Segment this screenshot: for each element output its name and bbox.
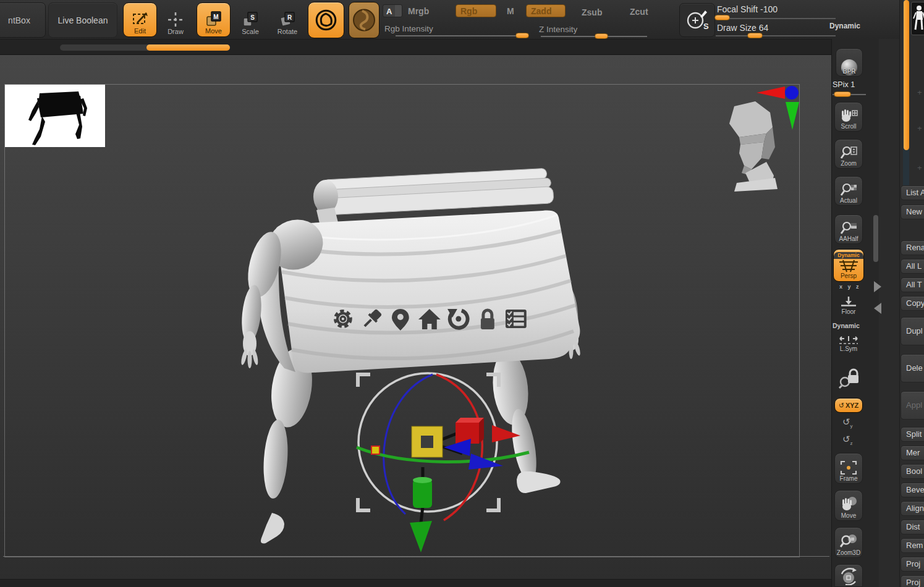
divider-arrow-right-icon[interactable] <box>874 281 881 292</box>
current-material-button[interactable] <box>349 2 379 38</box>
bpr-button[interactable]: BPR <box>836 48 863 77</box>
rotate-icon: R <box>279 11 296 28</box>
rotate-mode-button[interactable]: R Rotate <box>271 2 304 37</box>
rgb-intensity-slider[interactable] <box>396 35 519 36</box>
spix-label: SPix 1 <box>833 80 855 89</box>
rotate-z-button[interactable]: ↺z <box>842 434 853 446</box>
divider-arrow-left-icon[interactable] <box>874 303 881 314</box>
panel-button-copy[interactable]: Copy <box>901 296 924 311</box>
panel-button-remesh[interactable]: Rem <box>901 538 924 553</box>
draw-size-thumb[interactable] <box>747 33 763 38</box>
rgb-intensity-label: Rgb Intensity <box>384 24 433 33</box>
xyz-button[interactable]: ↺ XYZ <box>834 398 863 413</box>
panel-button-project[interactable]: Proj <box>901 557 924 572</box>
scale-icon: S <box>242 11 259 28</box>
panel-button-append[interactable]: Appl <box>901 391 924 420</box>
a-switch[interactable]: A <box>383 4 402 17</box>
camera-lock-button[interactable] <box>834 360 863 391</box>
perspective-grid-icon <box>838 259 859 272</box>
move-mode-button[interactable]: M Move <box>197 2 231 37</box>
panel-button-distribute[interactable]: Dist <box>901 520 924 534</box>
panel-button-rename[interactable]: Rena <box>901 240 924 255</box>
panel-button-boolean[interactable]: Bool <box>901 464 924 479</box>
draw-size-slider[interactable] <box>716 35 836 36</box>
dynamic-resolution-label[interactable]: Dynamic <box>833 322 860 329</box>
zadd-toggle[interactable]: Zadd <box>526 4 566 17</box>
edit-icon <box>132 11 149 27</box>
m-toggle[interactable]: M <box>507 6 514 16</box>
svg-text:S: S <box>250 14 255 21</box>
transform-gizmo[interactable] <box>0 54 831 587</box>
z-intensity-slider[interactable] <box>541 36 647 37</box>
rotate-nav-button[interactable] <box>834 564 863 587</box>
gizmo-x-handle <box>456 418 520 444</box>
panel-plus-icon: + <box>917 88 922 97</box>
rgb-toggle[interactable]: Rgb <box>456 4 496 17</box>
magnifier-aahalf-icon <box>839 221 858 235</box>
focal-shift-slider[interactable] <box>716 18 836 19</box>
zoom3d-button[interactable]: Zoom3D <box>834 527 863 558</box>
rotate-glyph: ↺ <box>839 402 844 410</box>
magnifier-3d-icon <box>839 533 858 549</box>
edit-mode-button[interactable]: Edit <box>123 2 157 37</box>
panel-button-merge[interactable]: Mer <box>901 446 924 460</box>
persp-dynamic-label: Dynamic <box>834 252 863 259</box>
panel-scroll-thumb[interactable] <box>904 0 909 150</box>
focal-shift-label: Focal Shift -100 <box>717 4 778 14</box>
lsym-icon <box>838 336 859 345</box>
live-boolean-button[interactable]: Live Boolean <box>48 2 117 38</box>
zbrush-app: ntBox Live Boolean Edit Draw M Move <box>0 0 924 587</box>
current-brush-button[interactable] <box>308 2 344 38</box>
panel-button-all-high[interactable]: All T <box>901 277 924 292</box>
panel-button-split[interactable]: Split <box>901 427 924 442</box>
frame-button[interactable]: Frame <box>834 453 863 484</box>
scale-mode-button[interactable]: S Scale <box>235 2 266 37</box>
brush-icon <box>308 2 344 38</box>
top-toolbar: ntBox Live Boolean Edit Draw M Move <box>0 0 899 40</box>
panel-plus-icon: + <box>917 163 922 172</box>
panel-button-project2[interactable]: Proj <box>901 575 924 587</box>
spix-thumb[interactable] <box>834 91 851 97</box>
z-intensity-label: Z Intensity <box>539 25 577 34</box>
panel-button-all-low[interactable]: All L <box>901 259 924 274</box>
persp-button[interactable]: Dynamic Persp <box>833 249 864 282</box>
panel-button-list[interactable]: List A <box>901 185 924 200</box>
scroll-button[interactable]: Scroll <box>834 102 863 132</box>
toolbar-scroll-thumb[interactable] <box>146 44 230 51</box>
zcut-toggle[interactable]: Zcut <box>630 7 648 17</box>
active-tool-thumbnail[interactable] <box>911 2 924 35</box>
rgb-intensity-thumb[interactable] <box>515 33 529 38</box>
rotate-y-button[interactable]: ↺y <box>842 416 853 429</box>
mrgb-toggle[interactable]: Mrgb <box>408 6 429 16</box>
stroke-type-button[interactable]: S <box>679 3 715 37</box>
draw-icon <box>167 12 184 28</box>
panel-plus-icon: + <box>917 124 922 133</box>
panel-button-bevel[interactable]: Beve <box>901 483 924 497</box>
move-nav-button[interactable]: Move <box>834 490 863 521</box>
material-sphere-icon <box>349 2 379 38</box>
toolbar-scroll-strip <box>0 40 899 55</box>
stroke-icon: S <box>684 7 711 34</box>
z-intensity-thumb[interactable] <box>595 33 608 39</box>
focal-shift-thumb[interactable] <box>714 15 730 20</box>
svg-text:S: S <box>703 22 709 31</box>
floor-icon <box>839 296 858 308</box>
lightbox-button[interactable]: ntBox <box>0 2 46 38</box>
xyz-axes-label[interactable]: x y z <box>839 284 861 290</box>
floor-button[interactable]: Floor <box>834 293 863 316</box>
zoom-button[interactable]: Zoom <box>834 139 863 169</box>
panel-button-align[interactable]: Align <box>901 501 924 516</box>
rail-scrollbar[interactable] <box>873 215 878 262</box>
panel-button-delete[interactable]: Dele <box>901 354 924 382</box>
local-symmetry-button[interactable]: L.Sym <box>834 331 863 353</box>
panel-button-new[interactable]: New <box>901 205 924 219</box>
aahalf-button[interactable]: AAHalf <box>834 214 863 244</box>
sculpt-canvas[interactable] <box>0 54 831 587</box>
draw-mode-button[interactable]: Draw <box>161 2 190 37</box>
svg-text:M: M <box>213 14 218 20</box>
panel-button-duplicate[interactable]: Dupl <box>901 317 924 345</box>
zsub-toggle[interactable]: Zsub <box>582 7 602 17</box>
magnifier-actual-icon <box>839 182 858 197</box>
actual-button[interactable]: Actual <box>834 176 863 206</box>
dynamic-mode-label[interactable]: Dynamic <box>829 22 860 30</box>
